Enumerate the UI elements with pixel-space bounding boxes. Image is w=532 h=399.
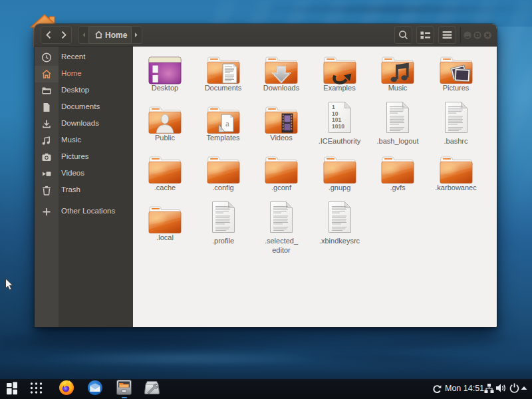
svg-text:10: 10 [332, 110, 338, 117]
svg-text:a: a [225, 118, 229, 128]
svg-text:1010: 1010 [332, 123, 344, 130]
svg-text:101: 101 [332, 116, 341, 123]
svg-text:1: 1 [332, 104, 335, 110]
